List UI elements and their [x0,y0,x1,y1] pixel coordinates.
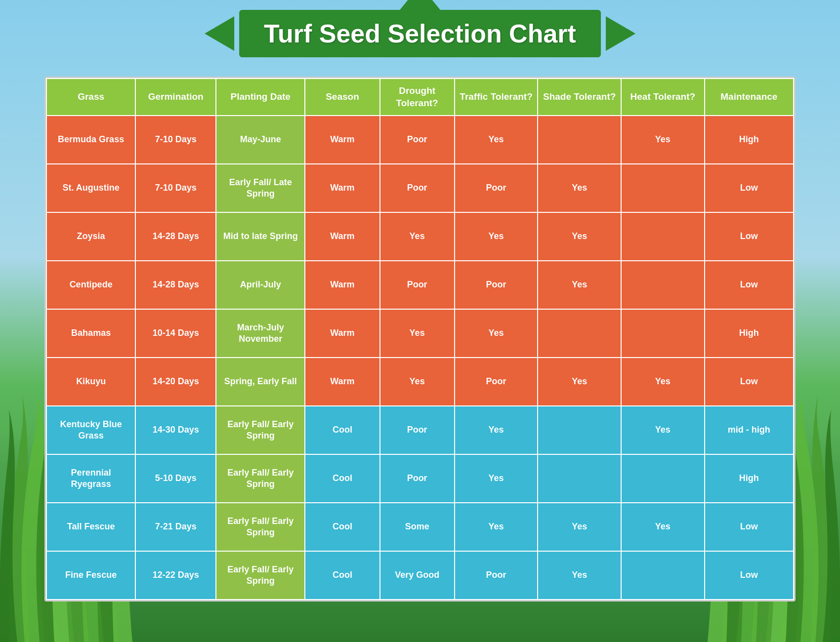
maintenance-value: Low [705,212,794,261]
heat-value: Yes [621,406,705,454]
traffic-value: Poor [455,551,538,600]
germination-value: 14-28 Days [135,212,216,261]
header-drought: Drought Tolerant? [380,79,455,116]
drought-value: Poor [380,116,455,164]
table-row: Bermuda Grass7-10 DaysMay-JuneWarmPoorYe… [46,116,794,164]
drought-value: Poor [380,454,455,503]
heat-value [621,454,705,503]
grass-name: Tall Fescue [46,503,135,551]
season-value: Warm [305,309,379,358]
maintenance-value: mid - high [705,406,794,454]
maintenance-value: Low [705,503,794,551]
header-grass: Grass [46,79,135,116]
season-value: Cool [305,454,379,503]
traffic-value: Poor [455,164,538,212]
maintenance-value: Low [705,358,794,406]
heat-value [621,261,705,309]
germination-value: 14-20 Days [135,358,216,406]
table-row: Zoysia14-28 DaysMid to late SpringWarmYe… [46,212,794,261]
traffic-value: Yes [455,454,538,503]
shade-value: Yes [538,164,621,212]
header-season: Season [305,79,379,116]
planting-date-value: March-July November [216,309,305,358]
heat-value: Yes [621,503,705,551]
traffic-value: Yes [455,116,538,164]
germination-value: 10-14 Days [135,309,216,358]
germination-value: 7-21 Days [135,503,216,551]
shade-value [538,116,621,164]
header-traffic: Traffic Tolerant? [455,79,538,116]
drought-value: Yes [380,309,455,358]
table-row: St. Augustine7-10 DaysEarly Fall/ Late S… [46,164,794,212]
traffic-value: Poor [455,261,538,309]
table-row: Bahamas10-14 DaysMarch-July NovemberWarm… [46,309,794,358]
grass-name: Centipede [46,261,135,309]
drought-value: Poor [380,261,455,309]
shade-value [538,454,621,503]
grass-name: Zoysia [46,212,135,261]
arrow-right-icon [606,16,635,51]
shade-value: Yes [538,261,621,309]
season-value: Warm [305,164,379,212]
header-planting-date: Planting Date [216,79,305,116]
maintenance-value: Low [705,551,794,600]
heat-value [621,212,705,261]
table-row: Perennial Ryegrass5-10 DaysEarly Fall/ E… [46,454,794,503]
table-row: Tall Fescue7-21 DaysEarly Fall/ Early Sp… [46,503,794,551]
drought-value: Yes [380,212,455,261]
grass-name: Fine Fescue [46,551,135,600]
germination-value: 14-30 Days [135,406,216,454]
germination-value: 5-10 Days [135,454,216,503]
planting-date-value: Mid to late Spring [216,212,305,261]
shade-value: Yes [538,358,621,406]
traffic-value: Yes [455,503,538,551]
title-box: Turf Seed Selection Chart [239,10,601,57]
maintenance-value: Low [705,261,794,309]
drought-value: Very Good [380,551,455,600]
heat-value [621,309,705,358]
season-value: Warm [305,212,379,261]
shade-value: Yes [538,551,621,600]
header-shade: Shade Tolerant? [538,79,621,116]
maintenance-value: High [705,116,794,164]
table-header-row: Grass Germination Planting Date Season D… [46,79,794,116]
traffic-value: Yes [455,309,538,358]
table-row: Centipede14-28 DaysApril-JulyWarmPoorPoo… [46,261,794,309]
heat-value: Yes [621,116,705,164]
planting-date-value: Early Fall/ Early Spring [216,503,305,551]
page-title: Turf Seed Selection Chart [264,19,576,48]
seed-selection-table: Grass Germination Planting Date Season D… [46,78,794,600]
grass-name: Perennial Ryegrass [46,454,135,503]
season-value: Cool [305,503,379,551]
season-value: Warm [305,116,379,164]
header-germination: Germination [135,79,216,116]
header-maintenance: Maintenance [705,79,794,116]
grass-name: Bermuda Grass [46,116,135,164]
grass-name: Bahamas [46,309,135,358]
drought-value: Some [380,503,455,551]
traffic-value: Poor [455,358,538,406]
grass-name: St. Augustine [46,164,135,212]
table-row: Fine Fescue12-22 DaysEarly Fall/ Early S… [46,551,794,600]
traffic-value: Yes [455,406,538,454]
planting-date-value: May-June [216,116,305,164]
grass-name: Kentucky Blue Grass [46,406,135,454]
drought-value: Poor [380,406,455,454]
germination-value: 7-10 Days [135,116,216,164]
germination-value: 14-28 Days [135,261,216,309]
shade-value: Yes [538,503,621,551]
season-value: Cool [305,406,379,454]
table-row: Kikuyu14-20 DaysSpring, Early FallWarmYe… [46,358,794,406]
planting-date-value: Spring, Early Fall [216,358,305,406]
shade-value [538,309,621,358]
planting-date-value: Early Fall/ Early Spring [216,551,305,600]
maintenance-value: High [705,454,794,503]
planting-date-value: Early Fall/ Early Spring [216,454,305,503]
traffic-value: Yes [455,212,538,261]
table-container: Grass Germination Planting Date Season D… [44,77,796,602]
title-container: Turf Seed Selection Chart [239,10,601,57]
header-heat: Heat Tolerant? [621,79,705,116]
grass-name: Kikuyu [46,358,135,406]
drought-value: Poor [380,164,455,212]
table-row: Kentucky Blue Grass14-30 DaysEarly Fall/… [46,406,794,454]
